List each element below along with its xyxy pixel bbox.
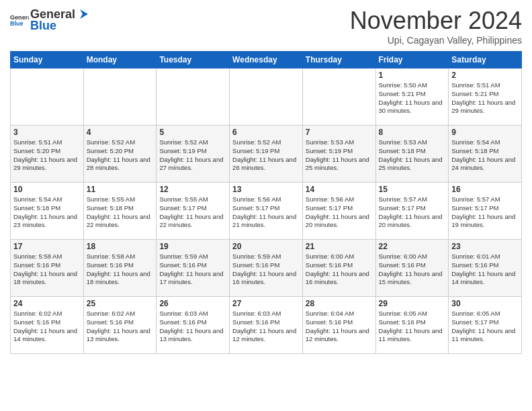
calendar-day-cell: 5Sunrise: 5:52 AM Sunset: 5:19 PM Daylig… (157, 126, 230, 183)
calendar-day-cell: 29Sunrise: 6:05 AM Sunset: 5:16 PM Dayli… (375, 297, 449, 354)
day-info: Sunrise: 5:54 AM Sunset: 5:18 PM Dayligh… (451, 138, 519, 173)
day-number: 18 (87, 242, 154, 251)
day-info: Sunrise: 6:03 AM Sunset: 5:16 PM Dayligh… (159, 310, 226, 344)
calendar-day-cell: 8Sunrise: 5:53 AM Sunset: 5:18 PM Daylig… (375, 126, 449, 183)
day-info: Sunrise: 5:58 AM Sunset: 5:16 PM Dayligh… (87, 253, 154, 287)
calendar-day-cell: 24Sunrise: 6:02 AM Sunset: 5:16 PM Dayli… (11, 297, 84, 354)
day-number: 8 (379, 128, 446, 137)
calendar-day-cell (230, 68, 303, 126)
day-info: Sunrise: 6:05 AM Sunset: 5:17 PM Dayligh… (451, 310, 519, 344)
day-number: 25 (87, 299, 154, 308)
day-info: Sunrise: 6:02 AM Sunset: 5:16 PM Dayligh… (87, 310, 154, 344)
calendar-day-cell: 18Sunrise: 5:58 AM Sunset: 5:16 PM Dayli… (83, 240, 157, 297)
day-info: Sunrise: 6:01 AM Sunset: 5:16 PM Dayligh… (451, 253, 519, 287)
day-info: Sunrise: 6:00 AM Sunset: 5:16 PM Dayligh… (379, 253, 446, 287)
calendar-day-cell: 19Sunrise: 5:59 AM Sunset: 5:16 PM Dayli… (157, 240, 230, 297)
day-info: Sunrise: 5:59 AM Sunset: 5:16 PM Dayligh… (232, 253, 300, 287)
svg-marker-4 (80, 9, 88, 19)
calendar-header-row: SundayMondayTuesdayWednesdayThursdayFrid… (11, 52, 522, 68)
page-header: General Blue General Blue November 2024 … (10, 7, 522, 46)
calendar-week-row: 10Sunrise: 5:54 AM Sunset: 5:18 PM Dayli… (11, 183, 522, 240)
calendar-day-cell: 9Sunrise: 5:54 AM Sunset: 5:18 PM Daylig… (449, 126, 522, 183)
day-number: 2 (451, 71, 519, 80)
day-info: Sunrise: 5:53 AM Sunset: 5:18 PM Dayligh… (379, 138, 446, 173)
svg-text:Blue: Blue (10, 20, 24, 27)
day-info: Sunrise: 5:52 AM Sunset: 5:19 PM Dayligh… (232, 138, 300, 173)
day-number: 27 (232, 299, 300, 308)
calendar-week-row: 1Sunrise: 5:50 AM Sunset: 5:21 PM Daylig… (11, 68, 522, 126)
calendar-day-cell (157, 68, 230, 126)
day-number: 21 (306, 242, 373, 251)
day-info: Sunrise: 6:05 AM Sunset: 5:16 PM Dayligh… (379, 310, 446, 344)
calendar-day-cell: 6Sunrise: 5:52 AM Sunset: 5:19 PM Daylig… (230, 126, 303, 183)
day-info: Sunrise: 5:56 AM Sunset: 5:17 PM Dayligh… (232, 195, 300, 230)
logo: General Blue General Blue (10, 7, 91, 33)
calendar-week-row: 17Sunrise: 5:58 AM Sunset: 5:16 PM Dayli… (11, 240, 522, 297)
day-info: Sunrise: 5:55 AM Sunset: 5:18 PM Dayligh… (87, 195, 154, 230)
day-info: Sunrise: 5:52 AM Sunset: 5:19 PM Dayligh… (159, 138, 226, 173)
calendar-day-cell: 13Sunrise: 5:56 AM Sunset: 5:17 PM Dayli… (230, 183, 303, 240)
day-number: 28 (306, 299, 373, 308)
day-number: 19 (159, 242, 226, 251)
calendar-day-cell: 4Sunrise: 5:52 AM Sunset: 5:20 PM Daylig… (83, 126, 157, 183)
day-number: 6 (232, 128, 300, 137)
day-info: Sunrise: 6:03 AM Sunset: 5:16 PM Dayligh… (232, 310, 300, 344)
day-number: 4 (87, 128, 154, 137)
calendar-day-cell: 30Sunrise: 6:05 AM Sunset: 5:17 PM Dayli… (449, 297, 522, 354)
calendar-day-cell: 28Sunrise: 6:04 AM Sunset: 5:16 PM Dayli… (302, 297, 375, 354)
day-info: Sunrise: 5:59 AM Sunset: 5:16 PM Dayligh… (159, 253, 226, 287)
calendar-day-cell: 20Sunrise: 5:59 AM Sunset: 5:16 PM Dayli… (230, 240, 303, 297)
calendar-day-cell: 27Sunrise: 6:03 AM Sunset: 5:16 PM Dayli… (230, 297, 303, 354)
location-subtitle: Upi, Cagayan Valley, Philippines (350, 35, 522, 46)
calendar-day-cell (302, 68, 375, 126)
calendar-day-cell: 15Sunrise: 5:57 AM Sunset: 5:17 PM Dayli… (375, 183, 449, 240)
calendar-day-cell: 16Sunrise: 5:57 AM Sunset: 5:17 PM Dayli… (449, 183, 522, 240)
day-info: Sunrise: 5:52 AM Sunset: 5:20 PM Dayligh… (87, 138, 154, 173)
calendar-day-cell (11, 68, 84, 126)
day-number: 26 (159, 299, 226, 308)
day-number: 16 (451, 185, 519, 194)
day-info: Sunrise: 5:58 AM Sunset: 5:16 PM Dayligh… (13, 253, 81, 287)
day-of-week-header: Saturday (449, 52, 522, 68)
day-number: 12 (159, 185, 226, 194)
day-number: 20 (232, 242, 300, 251)
day-number: 30 (451, 299, 519, 308)
day-info: Sunrise: 5:50 AM Sunset: 5:21 PM Dayligh… (379, 81, 446, 116)
day-of-week-header: Friday (375, 52, 449, 68)
calendar-day-cell: 7Sunrise: 5:53 AM Sunset: 5:19 PM Daylig… (302, 126, 375, 183)
calendar-day-cell: 25Sunrise: 6:02 AM Sunset: 5:16 PM Dayli… (83, 297, 157, 354)
calendar-day-cell: 11Sunrise: 5:55 AM Sunset: 5:18 PM Dayli… (83, 183, 157, 240)
day-info: Sunrise: 5:51 AM Sunset: 5:20 PM Dayligh… (13, 138, 81, 173)
day-number: 13 (232, 185, 300, 194)
day-number: 15 (379, 185, 446, 194)
day-of-week-header: Thursday (302, 52, 375, 68)
calendar-day-cell: 1Sunrise: 5:50 AM Sunset: 5:21 PM Daylig… (375, 68, 449, 126)
day-info: Sunrise: 5:56 AM Sunset: 5:17 PM Dayligh… (306, 195, 373, 230)
day-info: Sunrise: 5:57 AM Sunset: 5:17 PM Dayligh… (451, 195, 519, 230)
day-number: 14 (306, 185, 373, 194)
calendar-week-row: 24Sunrise: 6:02 AM Sunset: 5:16 PM Dayli… (11, 297, 522, 354)
day-info: Sunrise: 5:51 AM Sunset: 5:21 PM Dayligh… (451, 81, 519, 116)
calendar-day-cell: 3Sunrise: 5:51 AM Sunset: 5:20 PM Daylig… (11, 126, 84, 183)
day-info: Sunrise: 6:00 AM Sunset: 5:16 PM Dayligh… (306, 253, 373, 287)
day-number: 5 (159, 128, 226, 137)
title-section: November 2024 Upi, Cagayan Valley, Phili… (350, 7, 522, 46)
calendar-day-cell: 14Sunrise: 5:56 AM Sunset: 5:17 PM Dayli… (302, 183, 375, 240)
svg-marker-5 (83, 8, 88, 11)
calendar-day-cell: 2Sunrise: 5:51 AM Sunset: 5:21 PM Daylig… (449, 68, 522, 126)
day-number: 7 (306, 128, 373, 137)
logo-arrow-icon (76, 7, 91, 21)
calendar-table: SundayMondayTuesdayWednesdayThursdayFrid… (10, 51, 522, 354)
day-info: Sunrise: 6:04 AM Sunset: 5:16 PM Dayligh… (306, 310, 373, 344)
calendar-day-cell: 21Sunrise: 6:00 AM Sunset: 5:16 PM Dayli… (302, 240, 375, 297)
day-number: 1 (379, 71, 446, 80)
calendar-day-cell: 10Sunrise: 5:54 AM Sunset: 5:18 PM Dayli… (11, 183, 84, 240)
month-title: November 2024 (350, 7, 522, 35)
day-number: 17 (13, 242, 81, 251)
logo-icon: General Blue (10, 11, 29, 30)
day-of-week-header: Monday (83, 52, 157, 68)
day-of-week-header: Sunday (11, 52, 84, 68)
calendar-week-row: 3Sunrise: 5:51 AM Sunset: 5:20 PM Daylig… (11, 126, 522, 183)
day-info: Sunrise: 5:53 AM Sunset: 5:19 PM Dayligh… (306, 138, 373, 173)
day-of-week-header: Wednesday (230, 52, 303, 68)
